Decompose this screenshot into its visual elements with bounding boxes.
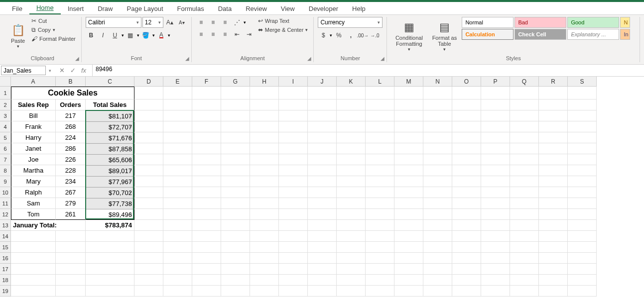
row-header-11[interactable]: 11	[0, 198, 11, 209]
menu-data[interactable]: Data	[211, 3, 239, 14]
cell-C3[interactable]: $81,107	[86, 110, 134, 121]
column-header-I[interactable]: I	[279, 77, 308, 87]
cell-F5[interactable]	[192, 132, 221, 143]
cell-N9[interactable]	[423, 176, 452, 187]
cell-J19[interactable]	[308, 286, 337, 297]
cell-Q15[interactable]	[510, 242, 539, 253]
cell-N11[interactable]	[423, 198, 452, 209]
cell-P5[interactable]	[481, 132, 510, 143]
conditional-formatting-button[interactable]: ▦ Conditional Formatting▾	[391, 17, 427, 55]
cell-F14[interactable]	[192, 231, 221, 242]
menu-view[interactable]: View	[274, 3, 302, 14]
cell-N7[interactable]	[423, 154, 452, 165]
cell-Q16[interactable]	[510, 253, 539, 264]
cell-B9[interactable]: 234	[56, 176, 86, 187]
cell-C9[interactable]: $77,967	[86, 176, 134, 187]
cell-I6[interactable]	[279, 143, 308, 154]
cell-S14[interactable]	[568, 231, 597, 242]
cell-L7[interactable]	[366, 154, 394, 165]
cell-P3[interactable]	[481, 110, 510, 121]
cell-R17[interactable]	[539, 264, 568, 275]
cell-H4[interactable]	[250, 121, 279, 132]
cell-Q1[interactable]	[510, 87, 539, 100]
cell-B8[interactable]: 228	[56, 165, 86, 176]
cell-D7[interactable]	[134, 154, 163, 165]
row-header-5[interactable]: 5	[0, 132, 11, 143]
cell-M5[interactable]	[394, 132, 423, 143]
cell-P9[interactable]	[481, 176, 510, 187]
cell-S5[interactable]	[568, 132, 597, 143]
cell-H17[interactable]	[250, 264, 279, 275]
row-header-9[interactable]: 9	[0, 176, 11, 187]
cell-F19[interactable]	[192, 286, 221, 297]
cell-D2[interactable]	[134, 100, 163, 110]
cell-S9[interactable]	[568, 176, 597, 187]
cell-E10[interactable]	[163, 187, 192, 198]
cell-K3[interactable]	[337, 110, 366, 121]
cell-B7[interactable]: 226	[56, 154, 86, 165]
cell-O10[interactable]	[452, 187, 481, 198]
cell-L15[interactable]	[366, 242, 394, 253]
cell-O12[interactable]	[452, 209, 481, 220]
cell-Q10[interactable]	[510, 187, 539, 198]
orientation-button[interactable]: ⋰	[232, 17, 243, 28]
cell-J14[interactable]	[308, 231, 337, 242]
cell-B5[interactable]: 224	[56, 132, 86, 143]
cell-C19[interactable]	[86, 286, 134, 297]
enter-formula-button[interactable]: ✓	[67, 67, 78, 74]
cell-D10[interactable]	[134, 187, 163, 198]
cell-K17[interactable]	[337, 264, 366, 275]
number-format-select[interactable]: Currency	[318, 17, 383, 28]
decrease-indent-button[interactable]: ⇤	[232, 29, 243, 40]
cell-P4[interactable]	[481, 121, 510, 132]
cell-A9[interactable]: Mary	[11, 176, 56, 187]
increase-indent-button[interactable]: ⇥	[244, 29, 255, 40]
menu-review[interactable]: Review	[239, 3, 274, 14]
cell-A5[interactable]: Harry	[11, 132, 56, 143]
cell-I16[interactable]	[279, 253, 308, 264]
cell-G13[interactable]	[221, 220, 250, 231]
cell-C13[interactable]: $783,874	[86, 220, 134, 231]
cell-J8[interactable]	[308, 165, 337, 176]
cell-P14[interactable]	[481, 231, 510, 242]
cell-H6[interactable]	[250, 143, 279, 154]
column-header-K[interactable]: K	[337, 77, 366, 87]
cell-I19[interactable]	[279, 286, 308, 297]
cell-E15[interactable]	[163, 242, 192, 253]
cell-L9[interactable]	[366, 176, 394, 187]
column-header-N[interactable]: N	[423, 77, 452, 87]
cell-O17[interactable]	[452, 264, 481, 275]
cell-C16[interactable]	[86, 253, 134, 264]
row-header-19[interactable]: 19	[0, 286, 11, 297]
cell-O18[interactable]	[452, 275, 481, 286]
cell-S4[interactable]	[568, 121, 597, 132]
cell-Q4[interactable]	[510, 121, 539, 132]
cell-K15[interactable]	[337, 242, 366, 253]
cell-D8[interactable]	[134, 165, 163, 176]
cell-F2[interactable]	[192, 100, 221, 110]
cell-Q9[interactable]	[510, 176, 539, 187]
menu-page-layout[interactable]: Page Layout	[120, 3, 170, 14]
cell-style-check-cell[interactable]: Check Cell	[515, 29, 566, 40]
cell-Q5[interactable]	[510, 132, 539, 143]
cell-A4[interactable]: Frank	[11, 121, 56, 132]
cell-E3[interactable]	[163, 110, 192, 121]
cell-H7[interactable]	[250, 154, 279, 165]
cell-N15[interactable]	[423, 242, 452, 253]
cell-F15[interactable]	[192, 242, 221, 253]
cell-Q8[interactable]	[510, 165, 539, 176]
chevron-down-icon[interactable]: ▾	[47, 68, 53, 73]
column-header-R[interactable]: R	[539, 77, 568, 87]
cell-J6[interactable]	[308, 143, 337, 154]
cell-S19[interactable]	[568, 286, 597, 297]
cell-C11[interactable]: $77,738	[86, 198, 134, 209]
cell-F3[interactable]	[192, 110, 221, 121]
cell-P8[interactable]	[481, 165, 510, 176]
cell-C2[interactable]: Total Sales	[86, 100, 134, 110]
row-header-18[interactable]: 18	[0, 275, 11, 286]
cell-Q18[interactable]	[510, 275, 539, 286]
cell-S1[interactable]	[568, 87, 597, 100]
menu-draw[interactable]: Draw	[91, 3, 120, 14]
cell-B2[interactable]: Orders	[56, 100, 86, 110]
cell-O19[interactable]	[452, 286, 481, 297]
